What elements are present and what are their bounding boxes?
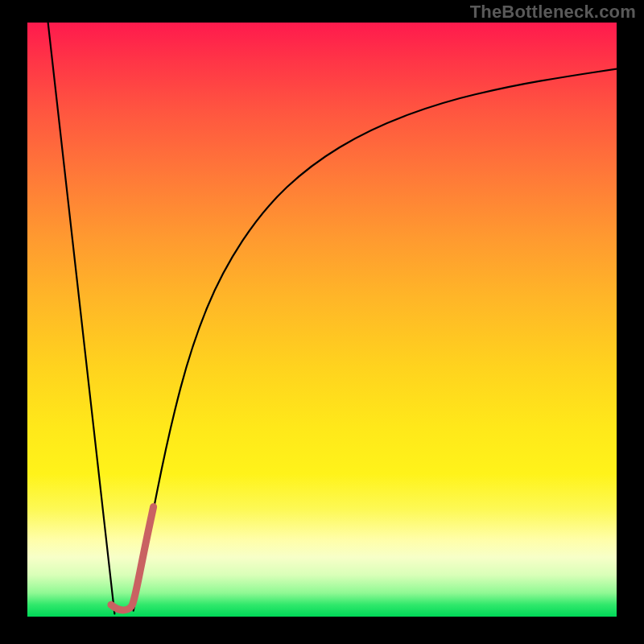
chart-svg (27, 23, 617, 617)
chart-frame: TheBottleneck.com (0, 0, 644, 644)
series-left-fall-line (48, 23, 115, 613)
series-right-log-curve (134, 69, 617, 611)
series-marker-J-stroke (111, 506, 154, 609)
plot-area (27, 23, 617, 617)
watermark-text: TheBottleneck.com (470, 2, 636, 23)
